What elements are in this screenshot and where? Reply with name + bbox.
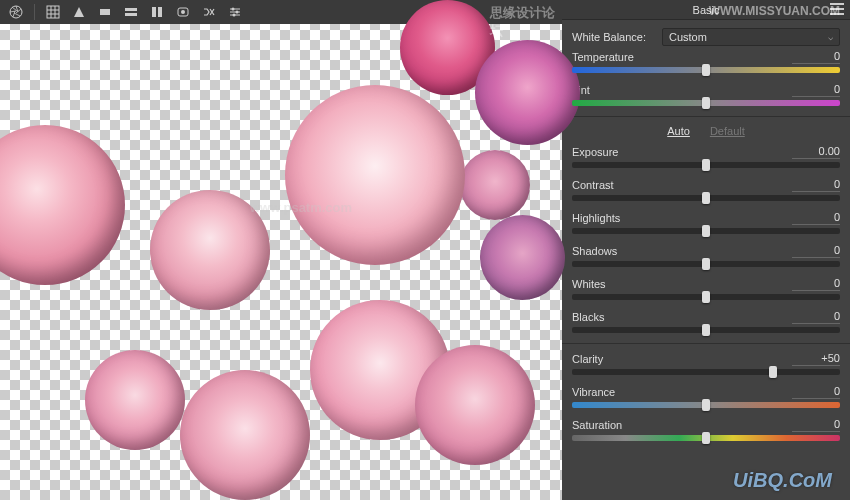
highlights-label: Highlights <box>572 212 620 224</box>
saturation-track[interactable] <box>572 435 840 441</box>
temperature-track[interactable] <box>572 67 840 73</box>
white-balance-select[interactable]: Custom ⌵ <box>662 28 840 46</box>
rose-image <box>475 40 580 145</box>
watermark-text: UiBQ.CoM <box>733 469 832 492</box>
rose-image <box>0 125 125 285</box>
clarity-track[interactable] <box>572 369 840 375</box>
shadows-track[interactable] <box>572 261 840 267</box>
blacks-track[interactable] <box>572 327 840 333</box>
rose-image <box>415 345 535 465</box>
grid-icon[interactable] <box>45 4 61 20</box>
section-divider <box>562 343 850 344</box>
panel-body: White Balance: Custom ⌵ Temperature 0 Ti… <box>562 20 850 500</box>
svg-rect-10 <box>152 7 156 17</box>
slider-thumb[interactable] <box>702 225 710 237</box>
hsl-icon[interactable] <box>123 4 139 20</box>
exposure-track[interactable] <box>572 162 840 168</box>
contrast-track[interactable] <box>572 195 840 201</box>
slider-thumb[interactable] <box>702 159 710 171</box>
blacks-slider: Blacks0 <box>572 310 840 333</box>
exposure-label: Exposure <box>572 146 618 158</box>
sliders-icon[interactable] <box>227 4 243 20</box>
toolbar-divider <box>34 4 35 20</box>
rose-image <box>480 215 565 300</box>
slider-thumb[interactable] <box>702 324 710 336</box>
rose-image <box>285 85 465 265</box>
svg-marker-6 <box>74 7 84 17</box>
highlights-track[interactable] <box>572 228 840 234</box>
auto-default-row: Auto Default <box>572 125 840 137</box>
watermark-text: www.psatm.com <box>250 200 352 215</box>
svg-rect-7 <box>100 9 110 15</box>
vibrance-track[interactable] <box>572 402 840 408</box>
white-balance-row: White Balance: Custom ⌵ <box>572 28 840 46</box>
slider-thumb[interactable] <box>702 399 710 411</box>
whites-track[interactable] <box>572 294 840 300</box>
white-balance-value: Custom <box>669 31 707 43</box>
canvas-viewport[interactable]: 思缘设计论坛 www.psatm.com <box>0 0 562 500</box>
saturation-value[interactable]: 0 <box>792 418 840 432</box>
tint-track[interactable] <box>572 100 840 106</box>
fx-icon[interactable] <box>201 4 217 20</box>
rose-image <box>460 150 530 220</box>
svg-point-13 <box>181 10 185 14</box>
whites-value[interactable]: 0 <box>792 277 840 291</box>
temperature-slider: Temperature 0 <box>572 50 840 73</box>
watermark-text: WWW.MISSYUAN.COM <box>709 4 840 18</box>
rose-image <box>85 350 185 450</box>
tint-value[interactable]: 0 <box>792 83 840 97</box>
exposure-value[interactable]: 0.00 <box>792 145 840 159</box>
shadows-label: Shadows <box>572 245 617 257</box>
vibrance-slider: Vibrance0 <box>572 385 840 408</box>
auto-button[interactable]: Auto <box>667 125 690 137</box>
default-button[interactable]: Default <box>710 125 745 137</box>
exposure-slider: Exposure0.00 <box>572 145 840 168</box>
svg-rect-1 <box>47 6 59 18</box>
detail-icon[interactable] <box>97 4 113 20</box>
svg-rect-9 <box>125 13 137 16</box>
saturation-slider: Saturation0 <box>572 418 840 441</box>
blacks-value[interactable]: 0 <box>792 310 840 324</box>
temperature-value[interactable]: 0 <box>792 50 840 64</box>
temperature-label: Temperature <box>572 51 634 63</box>
svg-rect-11 <box>158 7 162 17</box>
section-divider <box>562 116 850 117</box>
vibrance-value[interactable]: 0 <box>792 385 840 399</box>
whites-slider: Whites0 <box>572 277 840 300</box>
slider-thumb[interactable] <box>702 192 710 204</box>
svg-point-19 <box>233 14 236 17</box>
slider-thumb[interactable] <box>702 97 710 109</box>
chevron-down-icon: ⌵ <box>828 32 833 42</box>
lens-icon[interactable] <box>175 4 191 20</box>
rose-image <box>180 370 310 500</box>
highlights-slider: Highlights0 <box>572 211 840 234</box>
slider-thumb[interactable] <box>702 64 710 76</box>
watermark-text: 思缘设计论坛 <box>490 4 562 40</box>
clarity-label: Clarity <box>572 353 603 365</box>
white-balance-label: White Balance: <box>572 31 662 43</box>
shadows-value[interactable]: 0 <box>792 244 840 258</box>
contrast-slider: Contrast0 <box>572 178 840 201</box>
svg-point-17 <box>232 8 235 11</box>
slider-thumb[interactable] <box>702 258 710 270</box>
shadows-slider: Shadows0 <box>572 244 840 267</box>
contrast-label: Contrast <box>572 179 614 191</box>
slider-thumb[interactable] <box>702 291 710 303</box>
highlights-value[interactable]: 0 <box>792 211 840 225</box>
basic-panel: Basic White Balance: Custom ⌵ Temperatur… <box>562 0 850 500</box>
clarity-slider: Clarity+50 <box>572 352 840 375</box>
svg-point-18 <box>236 11 239 14</box>
whites-label: Whites <box>572 278 606 290</box>
svg-rect-8 <box>125 8 137 11</box>
blacks-label: Blacks <box>572 311 604 323</box>
slider-thumb[interactable] <box>702 432 710 444</box>
contrast-value[interactable]: 0 <box>792 178 840 192</box>
aperture-icon[interactable] <box>8 4 24 20</box>
split-icon[interactable] <box>149 4 165 20</box>
clarity-value[interactable]: +50 <box>792 352 840 366</box>
saturation-label: Saturation <box>572 419 622 431</box>
slider-thumb[interactable] <box>769 366 777 378</box>
tint-slider: Tint 0 <box>572 83 840 106</box>
vibrance-label: Vibrance <box>572 386 615 398</box>
curve-icon[interactable] <box>71 4 87 20</box>
